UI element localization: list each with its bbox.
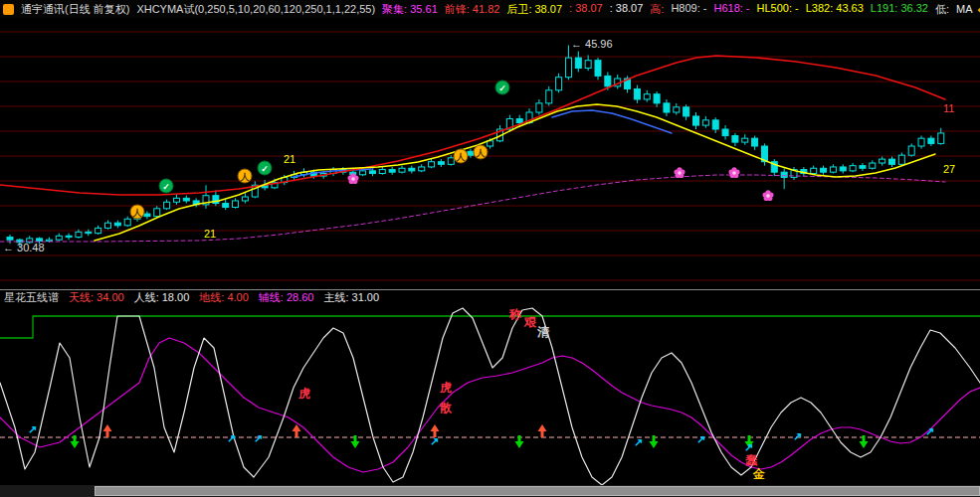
svg-text:27: 27 xyxy=(943,163,955,175)
horizontal-scrollbar[interactable] xyxy=(0,485,980,497)
header-segment-10: HL500: - xyxy=(757,2,799,17)
header-segment-4: 后卫: 38.07 xyxy=(506,2,562,17)
header-segment-5: : 38.07 xyxy=(569,2,603,17)
svg-text:21: 21 xyxy=(204,228,216,240)
indicator-param-0: 星花五线谱 xyxy=(4,290,59,305)
app-icon xyxy=(3,4,14,15)
chart-canvas[interactable]: 人✓人✓人人✓← 45.96← 30.4821211127↗↗↗↗↗↗↗↗↗虎虎… xyxy=(0,0,980,497)
svg-text:↗: ↗ xyxy=(634,436,643,448)
svg-text:11: 11 xyxy=(943,102,954,114)
svg-text:← 45.96: ← 45.96 xyxy=(571,38,613,50)
header-right: MA ◆ xyxy=(956,3,980,16)
svg-text:虎: 虎 xyxy=(439,381,452,395)
header-segment-8: H809: - xyxy=(671,2,706,17)
indicator-param-5: 主线: 31.00 xyxy=(323,290,379,305)
svg-text:散: 散 xyxy=(439,401,452,414)
svg-text:称: 称 xyxy=(508,307,522,321)
header-segment-12: L191: 36.32 xyxy=(871,2,928,17)
svg-text:↗: ↗ xyxy=(28,423,37,435)
svg-text:↗: ↗ xyxy=(227,432,236,444)
svg-text:↗: ↗ xyxy=(793,430,802,442)
indicator-param-1: 天线: 34.00 xyxy=(69,290,124,305)
svg-text:人: 人 xyxy=(456,152,467,162)
header-indicator-values: 通宇通讯(日线 前复权)XHCYMA试(0,250,5,10,20,60,120… xyxy=(21,2,949,17)
svg-text:✓: ✓ xyxy=(261,164,269,174)
header-segment-3: 前锋: 41.82 xyxy=(445,2,500,17)
svg-text:虎: 虎 xyxy=(297,387,310,401)
indicator-param-4: 辅线: 28.60 xyxy=(259,290,314,305)
svg-text:艰: 艰 xyxy=(523,315,537,329)
ma-label[interactable]: MA xyxy=(956,3,973,15)
svg-text:金: 金 xyxy=(752,467,765,481)
indicator-param-values: 星花五线谱天线: 34.00人线: 18.00地线: 4.00辅线: 28.60… xyxy=(4,290,379,305)
svg-text:↗: ↗ xyxy=(430,435,439,447)
scrollbar-handle[interactable] xyxy=(95,486,980,496)
header-segment-0: 通宇通讯(日线 前复权) xyxy=(21,2,129,17)
indicator-panel-header: 星花五线谱天线: 34.00人线: 18.00地线: 4.00辅线: 28.60… xyxy=(0,289,980,305)
svg-text:↗: ↗ xyxy=(254,432,263,444)
svg-text:人: 人 xyxy=(240,172,251,182)
header-segment-13: 低: xyxy=(935,2,949,17)
indicator-param-2: 人线: 18.00 xyxy=(134,290,190,305)
header-segment-11: L382: 43.63 xyxy=(806,2,864,17)
svg-text:清: 清 xyxy=(536,325,550,339)
svg-text:人: 人 xyxy=(476,148,487,158)
svg-text:✓: ✓ xyxy=(498,83,506,93)
svg-text:21: 21 xyxy=(284,153,295,165)
svg-text:← 30.48: ← 30.48 xyxy=(3,242,45,253)
indicator-param-3: 地线: 4.00 xyxy=(199,290,249,305)
svg-text:↗: ↗ xyxy=(696,433,705,445)
header-segment-9: H618: - xyxy=(713,2,749,17)
svg-text:蠢: 蠢 xyxy=(744,453,758,467)
trading-app-window: 人✓人✓人人✓← 45.96← 30.4821211127↗↗↗↗↗↗↗↗↗虎虎… xyxy=(0,0,980,497)
header-segment-2: 聚集: 35.61 xyxy=(382,2,438,17)
svg-text:✓: ✓ xyxy=(162,182,170,192)
header-segment-6: : 38.07 xyxy=(610,2,644,17)
header-segment-7: 高: xyxy=(650,2,664,17)
svg-text:人: 人 xyxy=(132,208,143,218)
svg-text:↗: ↗ xyxy=(925,425,934,437)
main-chart-header: 通宇通讯(日线 前复权)XHCYMA试(0,250,5,10,20,60,120… xyxy=(0,0,980,18)
svg-text:↗: ↗ xyxy=(744,441,753,453)
header-segment-1: XHCYMA试(0,250,5,10,20,60,120,250,1,1,22,… xyxy=(136,2,375,17)
